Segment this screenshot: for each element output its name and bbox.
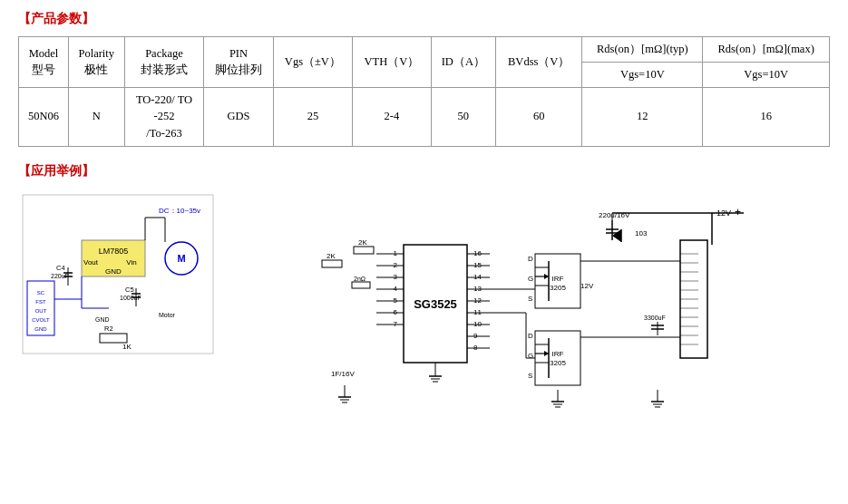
svg-text:G: G (528, 275, 533, 283)
svg-text:Vin: Vin (126, 258, 136, 267)
svg-text:CVOLT: CVOLT (32, 317, 50, 323)
svg-text:Motor: Motor (159, 312, 176, 318)
svg-text:S: S (528, 372, 532, 380)
svg-text:1F/16V: 1F/16V (331, 370, 355, 378)
svg-text:R2: R2 (104, 325, 113, 333)
svg-rect-71 (354, 247, 374, 254)
circuit-right-svg: SG3525 1 2 3 4 5 6 7 16 15 14 13 12 11 1… (236, 190, 744, 408)
svg-marker-149 (612, 229, 621, 242)
svg-text:Vout: Vout (83, 258, 99, 267)
col-package: Package封装形式 (124, 37, 204, 88)
circuit-right: SG3525 1 2 3 4 5 6 7 16 15 14 13 12 11 1… (236, 190, 830, 399)
cell-vgs: 25 (273, 87, 353, 146)
svg-text:SG3525: SG3525 (414, 297, 457, 311)
svg-rect-73 (322, 260, 342, 267)
svg-text:GND: GND (34, 326, 47, 332)
cell-id: 50 (431, 87, 496, 146)
svg-text:GND: GND (95, 316, 110, 323)
cell-bvdss: 60 (496, 87, 582, 146)
circuit-left-svg: LM7805 Vout Vin GND DC：10~35v M C4 220uF… (18, 190, 218, 358)
cell-polarity: N (69, 87, 125, 146)
svg-text:IRF: IRF (552, 275, 564, 283)
col-rds-typ-sub: Vgs=10V (582, 62, 703, 87)
svg-text:G: G (528, 352, 533, 360)
col-vgs: Vgs（±V） (273, 37, 353, 88)
cell-vth: 2-4 (353, 87, 431, 146)
svg-text:C4: C4 (56, 264, 65, 272)
svg-text:S: S (528, 295, 532, 303)
svg-rect-75 (352, 282, 370, 288)
app-examples-section: 【应用举例】 LM7805 Vout Vin GND DC：10~35v M C… (18, 163, 830, 399)
svg-text:OUT: OUT (35, 308, 47, 314)
col-rds-max: Rds(on）[mΩ](max) (703, 37, 830, 63)
svg-text:SC: SC (37, 290, 45, 296)
svg-text:DC：10~35v: DC：10~35v (159, 207, 200, 215)
svg-text:GND: GND (105, 267, 122, 276)
svg-text:D: D (528, 255, 533, 263)
col-pin: PIN脚位排列 (204, 37, 273, 88)
cell-model: 50N06 (19, 87, 69, 146)
cell-rds-max: 16 (703, 87, 830, 146)
cell-rds-typ: 12 (582, 87, 703, 146)
col-rds-typ: Rds(on）[mΩ](typ) (582, 37, 703, 63)
svg-text:IRF: IRF (552, 350, 564, 358)
cell-pin: GDS (204, 87, 273, 146)
svg-text:2K: 2K (327, 252, 336, 260)
cell-package: TO-220/ TO-252/To-263 (124, 87, 204, 146)
col-id: ID（A） (431, 37, 496, 88)
circuit-diagrams: LM7805 Vout Vin GND DC：10~35v M C4 220uF… (18, 190, 830, 399)
svg-text:+: + (735, 206, 741, 218)
table-row: 50N06 N TO-220/ TO-252/To-263 GDS 25 2-4… (19, 87, 830, 146)
svg-text:LM7805: LM7805 (99, 247, 129, 256)
col-polarity: Polarity极性 (69, 37, 125, 88)
svg-text:103: 103 (635, 229, 648, 237)
col-vth: VTH（V） (353, 37, 431, 88)
svg-text:2nΩ: 2nΩ (354, 276, 366, 282)
svg-text:3300uF: 3300uF (644, 315, 666, 321)
col-model: Model型号 (19, 37, 69, 88)
svg-text:1K: 1K (122, 343, 132, 351)
svg-text:D: D (528, 332, 533, 340)
col-bvdss: BVdss（V） (496, 37, 582, 88)
svg-text:C5: C5 (125, 286, 134, 294)
product-table: Model型号 Polarity极性 Package封装形式 PIN脚位排列 V… (18, 36, 830, 147)
svg-text:3205: 3205 (550, 284, 566, 292)
product-params-section: 【产品参数】 Model型号 Polarity极性 Package封装形式 PI… (18, 11, 830, 147)
svg-text:2K: 2K (358, 238, 367, 247)
product-params-title: 【产品参数】 (18, 11, 830, 27)
svg-text:FST: FST (35, 299, 46, 305)
svg-text:12V: 12V (580, 282, 594, 290)
svg-rect-29 (100, 334, 127, 343)
col-rds-max-sub: Vgs=10V (703, 62, 830, 87)
svg-text:M: M (177, 253, 185, 264)
table-header-row1: Model型号 Polarity极性 Package封装形式 PIN脚位排列 V… (19, 37, 830, 63)
circuit-left: LM7805 Vout Vin GND DC：10~35v M C4 220uF… (18, 190, 218, 354)
svg-text:3205: 3205 (550, 359, 566, 367)
app-examples-title: 【应用举例】 (18, 163, 830, 179)
svg-rect-117 (535, 331, 580, 385)
